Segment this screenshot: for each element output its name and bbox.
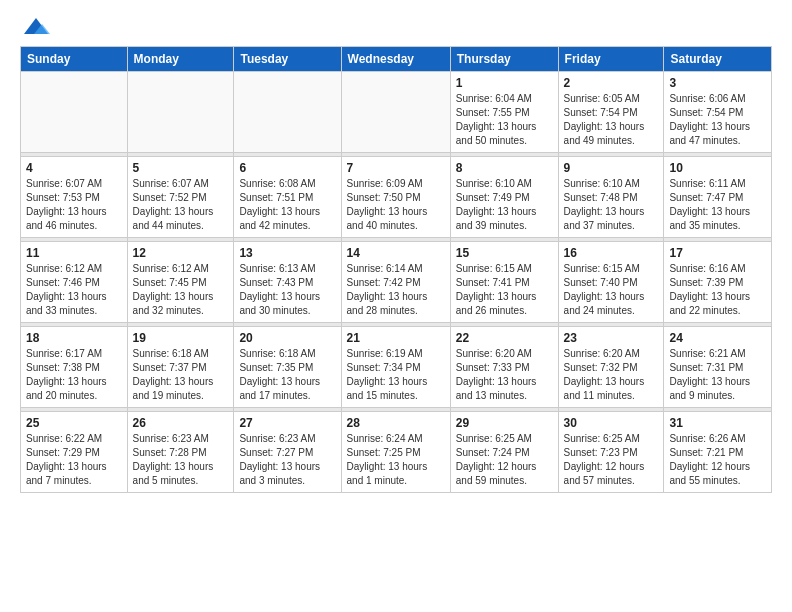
calendar-cell: 7Sunrise: 6:09 AMSunset: 7:50 PMDaylight…: [341, 157, 450, 238]
weekday-header-sunday: Sunday: [21, 47, 128, 72]
calendar-cell: 22Sunrise: 6:20 AMSunset: 7:33 PMDayligh…: [450, 327, 558, 408]
day-number: 15: [456, 246, 553, 260]
day-number: 2: [564, 76, 659, 90]
day-number: 6: [239, 161, 335, 175]
calendar-cell: 25Sunrise: 6:22 AMSunset: 7:29 PMDayligh…: [21, 412, 128, 493]
calendar-cell: 2Sunrise: 6:05 AMSunset: 7:54 PMDaylight…: [558, 72, 664, 153]
weekday-header-row: SundayMondayTuesdayWednesdayThursdayFrid…: [21, 47, 772, 72]
day-info: Sunrise: 6:26 AMSunset: 7:21 PMDaylight:…: [669, 432, 766, 488]
day-number: 18: [26, 331, 122, 345]
day-number: 5: [133, 161, 229, 175]
calendar-cell: 15Sunrise: 6:15 AMSunset: 7:41 PMDayligh…: [450, 242, 558, 323]
day-number: 11: [26, 246, 122, 260]
day-number: 8: [456, 161, 553, 175]
day-number: 7: [347, 161, 445, 175]
calendar-table: SundayMondayTuesdayWednesdayThursdayFrid…: [20, 46, 772, 493]
day-number: 23: [564, 331, 659, 345]
calendar-cell: [21, 72, 128, 153]
day-info: Sunrise: 6:25 AMSunset: 7:23 PMDaylight:…: [564, 432, 659, 488]
calendar-week-1: 1Sunrise: 6:04 AMSunset: 7:55 PMDaylight…: [21, 72, 772, 153]
day-info: Sunrise: 6:18 AMSunset: 7:35 PMDaylight:…: [239, 347, 335, 403]
day-info: Sunrise: 6:07 AMSunset: 7:52 PMDaylight:…: [133, 177, 229, 233]
calendar-cell: [234, 72, 341, 153]
day-number: 29: [456, 416, 553, 430]
calendar-cell: 11Sunrise: 6:12 AMSunset: 7:46 PMDayligh…: [21, 242, 128, 323]
calendar-cell: 9Sunrise: 6:10 AMSunset: 7:48 PMDaylight…: [558, 157, 664, 238]
calendar-cell: 20Sunrise: 6:18 AMSunset: 7:35 PMDayligh…: [234, 327, 341, 408]
day-number: 19: [133, 331, 229, 345]
day-number: 1: [456, 76, 553, 90]
calendar-cell: 27Sunrise: 6:23 AMSunset: 7:27 PMDayligh…: [234, 412, 341, 493]
weekday-header-friday: Friday: [558, 47, 664, 72]
day-number: 22: [456, 331, 553, 345]
day-info: Sunrise: 6:08 AMSunset: 7:51 PMDaylight:…: [239, 177, 335, 233]
day-number: 31: [669, 416, 766, 430]
day-number: 14: [347, 246, 445, 260]
calendar-cell: 12Sunrise: 6:12 AMSunset: 7:45 PMDayligh…: [127, 242, 234, 323]
calendar-cell: 4Sunrise: 6:07 AMSunset: 7:53 PMDaylight…: [21, 157, 128, 238]
day-number: 26: [133, 416, 229, 430]
day-info: Sunrise: 6:11 AMSunset: 7:47 PMDaylight:…: [669, 177, 766, 233]
calendar-cell: 18Sunrise: 6:17 AMSunset: 7:38 PMDayligh…: [21, 327, 128, 408]
weekday-header-wednesday: Wednesday: [341, 47, 450, 72]
day-number: 9: [564, 161, 659, 175]
day-number: 27: [239, 416, 335, 430]
day-number: 12: [133, 246, 229, 260]
day-number: 25: [26, 416, 122, 430]
day-info: Sunrise: 6:12 AMSunset: 7:46 PMDaylight:…: [26, 262, 122, 318]
calendar-cell: 1Sunrise: 6:04 AMSunset: 7:55 PMDaylight…: [450, 72, 558, 153]
calendar-cell: 28Sunrise: 6:24 AMSunset: 7:25 PMDayligh…: [341, 412, 450, 493]
day-info: Sunrise: 6:05 AMSunset: 7:54 PMDaylight:…: [564, 92, 659, 148]
calendar-cell: 8Sunrise: 6:10 AMSunset: 7:49 PMDaylight…: [450, 157, 558, 238]
day-info: Sunrise: 6:15 AMSunset: 7:40 PMDaylight:…: [564, 262, 659, 318]
weekday-header-tuesday: Tuesday: [234, 47, 341, 72]
calendar-week-2: 4Sunrise: 6:07 AMSunset: 7:53 PMDaylight…: [21, 157, 772, 238]
day-info: Sunrise: 6:20 AMSunset: 7:33 PMDaylight:…: [456, 347, 553, 403]
day-info: Sunrise: 6:23 AMSunset: 7:28 PMDaylight:…: [133, 432, 229, 488]
day-info: Sunrise: 6:09 AMSunset: 7:50 PMDaylight:…: [347, 177, 445, 233]
calendar-cell: 31Sunrise: 6:26 AMSunset: 7:21 PMDayligh…: [664, 412, 772, 493]
day-number: 10: [669, 161, 766, 175]
day-info: Sunrise: 6:04 AMSunset: 7:55 PMDaylight:…: [456, 92, 553, 148]
day-info: Sunrise: 6:20 AMSunset: 7:32 PMDaylight:…: [564, 347, 659, 403]
day-info: Sunrise: 6:24 AMSunset: 7:25 PMDaylight:…: [347, 432, 445, 488]
day-info: Sunrise: 6:17 AMSunset: 7:38 PMDaylight:…: [26, 347, 122, 403]
day-info: Sunrise: 6:25 AMSunset: 7:24 PMDaylight:…: [456, 432, 553, 488]
calendar-cell: 30Sunrise: 6:25 AMSunset: 7:23 PMDayligh…: [558, 412, 664, 493]
calendar-cell: 17Sunrise: 6:16 AMSunset: 7:39 PMDayligh…: [664, 242, 772, 323]
calendar-cell: 13Sunrise: 6:13 AMSunset: 7:43 PMDayligh…: [234, 242, 341, 323]
calendar-cell: [341, 72, 450, 153]
calendar-cell: 5Sunrise: 6:07 AMSunset: 7:52 PMDaylight…: [127, 157, 234, 238]
day-info: Sunrise: 6:13 AMSunset: 7:43 PMDaylight:…: [239, 262, 335, 318]
day-number: 16: [564, 246, 659, 260]
day-info: Sunrise: 6:21 AMSunset: 7:31 PMDaylight:…: [669, 347, 766, 403]
day-info: Sunrise: 6:10 AMSunset: 7:49 PMDaylight:…: [456, 177, 553, 233]
calendar-week-5: 25Sunrise: 6:22 AMSunset: 7:29 PMDayligh…: [21, 412, 772, 493]
calendar-cell: 10Sunrise: 6:11 AMSunset: 7:47 PMDayligh…: [664, 157, 772, 238]
page-header: [20, 16, 772, 38]
calendar-cell: 19Sunrise: 6:18 AMSunset: 7:37 PMDayligh…: [127, 327, 234, 408]
calendar-cell: 24Sunrise: 6:21 AMSunset: 7:31 PMDayligh…: [664, 327, 772, 408]
calendar-cell: 23Sunrise: 6:20 AMSunset: 7:32 PMDayligh…: [558, 327, 664, 408]
day-number: 24: [669, 331, 766, 345]
logo: [20, 16, 50, 38]
calendar-cell: 29Sunrise: 6:25 AMSunset: 7:24 PMDayligh…: [450, 412, 558, 493]
calendar-cell: 6Sunrise: 6:08 AMSunset: 7:51 PMDaylight…: [234, 157, 341, 238]
day-info: Sunrise: 6:19 AMSunset: 7:34 PMDaylight:…: [347, 347, 445, 403]
day-info: Sunrise: 6:15 AMSunset: 7:41 PMDaylight:…: [456, 262, 553, 318]
day-number: 3: [669, 76, 766, 90]
day-info: Sunrise: 6:22 AMSunset: 7:29 PMDaylight:…: [26, 432, 122, 488]
day-info: Sunrise: 6:10 AMSunset: 7:48 PMDaylight:…: [564, 177, 659, 233]
calendar-cell: 26Sunrise: 6:23 AMSunset: 7:28 PMDayligh…: [127, 412, 234, 493]
day-number: 17: [669, 246, 766, 260]
calendar-week-3: 11Sunrise: 6:12 AMSunset: 7:46 PMDayligh…: [21, 242, 772, 323]
calendar-cell: 3Sunrise: 6:06 AMSunset: 7:54 PMDaylight…: [664, 72, 772, 153]
calendar-cell: 16Sunrise: 6:15 AMSunset: 7:40 PMDayligh…: [558, 242, 664, 323]
day-info: Sunrise: 6:06 AMSunset: 7:54 PMDaylight:…: [669, 92, 766, 148]
weekday-header-saturday: Saturday: [664, 47, 772, 72]
calendar-cell: 21Sunrise: 6:19 AMSunset: 7:34 PMDayligh…: [341, 327, 450, 408]
day-number: 4: [26, 161, 122, 175]
day-info: Sunrise: 6:16 AMSunset: 7:39 PMDaylight:…: [669, 262, 766, 318]
day-info: Sunrise: 6:12 AMSunset: 7:45 PMDaylight:…: [133, 262, 229, 318]
calendar-cell: [127, 72, 234, 153]
